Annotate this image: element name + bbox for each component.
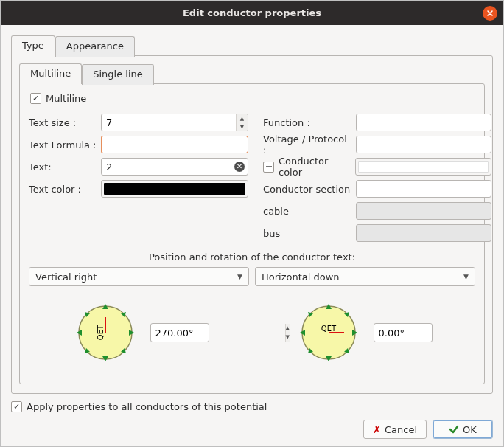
svg-text:QET: QET [321,325,336,333]
text-size-label: Text size : [29,117,101,128]
apply-all-label: Apply properties to all conductors of th… [27,401,267,412]
function-label: Function : [263,117,356,128]
tab-multiline[interactable]: Multiline [19,63,82,84]
left-angle-spinner[interactable]: ▲▼ [150,323,209,342]
multiline-checkbox-label: Multiline [46,93,86,104]
titlebar: Edit conductor properties [1,1,503,25]
ok-button[interactable]: OK [433,420,493,439]
close-icon[interactable] [483,6,497,21]
right-angle-spinner[interactable]: ▲▼ [374,323,433,342]
right-column: Function : Voltage / Protocol : Conducto… [263,111,491,244]
text-size-spinner[interactable]: ▲▼ [101,114,248,131]
dialog-window: Edit conductor properties Type Appearanc… [0,0,504,447]
type-pane: Multiline Single line ✓ Multiline Text s… [11,55,493,394]
sub-tabs: Multiline Single line [19,63,485,84]
tab-appearance[interactable]: Appearance [55,36,135,57]
cable-input [356,202,491,220]
text-formula-input[interactable] [101,136,248,153]
window-title: Edit conductor properties [183,7,321,18]
apply-all-checkbox[interactable]: ✓ [11,401,22,412]
rotation-title: Position and rotation of the conductor t… [29,252,475,263]
rotation-dials: QET ▲▼ QET [29,292,475,373]
dialog-body: Type Appearance Multiline Single line ✓ … [1,25,503,446]
bus-input [356,224,491,242]
chevron-down-icon: ▼ [463,273,469,280]
rotation-combos: Vertical right ▼ Horizontal down ▼ [29,267,475,286]
vertical-combo[interactable]: Vertical right ▼ [29,267,249,286]
conductor-color-swatch [358,161,489,173]
rotation-dial-right[interactable]: QET [295,299,362,366]
tab-singleline[interactable]: Single line [82,64,154,85]
cable-label: cable [263,206,356,217]
text-input[interactable] [101,158,248,176]
multiline-checkbox-row: ✓ Multiline [30,93,475,104]
spin-down-icon[interactable]: ▼ [237,122,248,131]
chevron-down-icon: ▼ [237,273,242,280]
rotation-dial-left[interactable]: QET [72,299,139,366]
function-input[interactable] [356,114,491,131]
fields-grid: Text size : ▲▼ Text Formula : Text: [29,111,475,244]
clear-icon[interactable]: ✕ [234,162,245,172]
right-angle-input[interactable] [374,324,505,342]
voltage-label: Voltage / Protocol : [263,134,356,156]
text-color-button[interactable] [101,180,248,198]
conductor-section-input[interactable] [356,180,491,198]
conductor-color-label: Conductor color [279,156,355,178]
cancel-button[interactable]: ✗ Cancel [363,420,427,439]
cancel-icon: ✗ [373,424,381,435]
bus-label: bus [263,228,356,239]
svg-text:QET: QET [97,325,105,340]
main-tabs: Type Appearance [11,35,493,56]
text-size-input[interactable] [102,114,236,131]
footer: ✓ Apply properties to all conductors of … [11,394,493,439]
multiline-pane: ✓ Multiline Text size : ▲▼ [19,83,485,384]
text-formula-label: Text Formula : [29,139,101,150]
conductor-color-checkbox[interactable] [263,162,274,173]
multiline-checkbox[interactable]: ✓ [30,93,41,104]
ok-icon [449,424,459,434]
tab-type[interactable]: Type [11,35,55,56]
text-color-label: Text color : [29,184,101,195]
voltage-input[interactable] [356,136,491,153]
conductor-section-label: Conductor section [263,184,356,195]
text-color-swatch [104,183,245,195]
text-label: Text: [29,162,101,173]
horizontal-combo[interactable]: Horizontal down ▼ [255,267,475,286]
conductor-color-button[interactable] [355,158,491,176]
spin-up-icon[interactable]: ▲ [237,114,248,122]
left-column: Text size : ▲▼ Text Formula : Text: [29,111,248,244]
